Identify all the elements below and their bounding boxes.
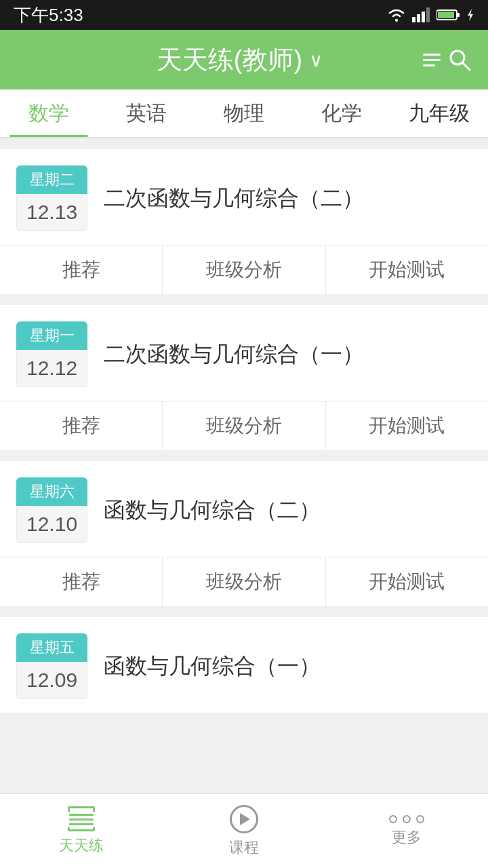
lesson-actions-1: 推荐 班级分析 开始测试: [0, 245, 488, 294]
status-icons: [386, 7, 474, 22]
lesson-header-3: 星期六 12.10 函数与几何综合（二）: [0, 461, 488, 557]
signal-icon: [412, 7, 431, 22]
menu-icon: [423, 54, 441, 66]
lesson-title-2: 二次函数与几何综合（一）: [104, 339, 472, 370]
search-button[interactable]: [423, 47, 472, 72]
nav-more-label: 更多: [392, 827, 422, 848]
lesson-card-4: 星期五 12.09 函数与几何综合（一）: [0, 617, 488, 713]
svg-rect-7: [438, 12, 454, 18]
svg-point-0: [395, 19, 398, 22]
recommend-btn-2[interactable]: 推荐: [0, 401, 163, 450]
status-time: 下午5:33: [14, 3, 83, 27]
date-badge-2: 星期一 12.12: [16, 321, 87, 387]
date-badge-3: 星期六 12.10: [16, 477, 87, 543]
status-bar: 下午5:33: [0, 0, 488, 30]
play-icon: [230, 805, 258, 833]
lesson-title-1: 二次函数与几何综合（二）: [104, 183, 472, 214]
start-test-btn-3[interactable]: 开始测试: [326, 557, 488, 606]
svg-rect-2: [417, 14, 420, 22]
svg-rect-4: [426, 7, 430, 22]
subject-tabs: 数学 英语 物理 化学 九年级: [0, 90, 488, 138]
recommend-btn-1[interactable]: 推荐: [0, 245, 163, 294]
tab-math[interactable]: 数学: [0, 90, 98, 137]
svg-rect-1: [412, 17, 415, 22]
lesson-header-1: 星期二 12.13 二次函数与几何综合（二）: [0, 149, 488, 245]
nav-tiantian[interactable]: 天天练: [0, 794, 163, 868]
more-dots-icon: [389, 815, 424, 823]
lesson-title-3: 函数与几何综合（二）: [104, 495, 472, 526]
date-label-4: 12.09: [16, 662, 87, 699]
nav-kecheng[interactable]: 课程: [163, 794, 325, 868]
search-icon: [447, 47, 472, 72]
start-test-btn-1[interactable]: 开始测试: [326, 245, 488, 294]
date-badge-1: 星期二 12.13: [16, 165, 87, 231]
nav-more[interactable]: 更多: [325, 794, 488, 868]
svg-rect-3: [422, 12, 425, 22]
lesson-actions-2: 推荐 班级分析 开始测试: [0, 401, 488, 450]
weekday-label-4: 星期五: [16, 633, 87, 662]
date-label-3: 12.10: [16, 506, 87, 543]
bottom-navigation: 天天练 课程 更多: [0, 793, 488, 868]
tab-grade[interactable]: 九年级: [390, 90, 488, 137]
class-analysis-btn-3[interactable]: 班级分析: [163, 557, 325, 606]
lesson-card-3: 星期六 12.10 函数与几何综合（二） 推荐 班级分析 开始测试: [0, 461, 488, 606]
lesson-actions-3: 推荐 班级分析 开始测试: [0, 557, 488, 606]
weekday-label-3: 星期六: [16, 477, 87, 506]
flash-icon: [466, 9, 474, 21]
date-label-1: 12.13: [16, 194, 87, 231]
header-title[interactable]: 天天练(教师) ∨: [157, 43, 323, 77]
chevron-down-icon: ∨: [309, 49, 323, 71]
lesson-header-2: 星期一 12.12 二次函数与几何综合（一）: [0, 305, 488, 401]
lesson-header-4: 星期五 12.09 函数与几何综合（一）: [0, 617, 488, 713]
recommend-btn-3[interactable]: 推荐: [0, 557, 163, 606]
weekday-label-2: 星期一: [16, 321, 87, 350]
app-header: 天天练(教师) ∨: [0, 30, 488, 90]
lesson-card-2: 星期一 12.12 二次函数与几何综合（一） 推荐 班级分析 开始测试: [0, 305, 488, 450]
battery-icon: [436, 9, 461, 21]
class-analysis-btn-1[interactable]: 班级分析: [163, 245, 325, 294]
svg-rect-6: [457, 13, 460, 17]
tab-physics[interactable]: 物理: [195, 90, 293, 137]
nav-kecheng-label: 课程: [229, 837, 259, 858]
date-label-2: 12.12: [16, 350, 87, 387]
start-test-btn-2[interactable]: 开始测试: [326, 401, 488, 450]
lessons-list: 星期二 12.13 二次函数与几何综合（二） 推荐 班级分析 开始测试 星期一 …: [0, 138, 488, 809]
tiantian-icon: [68, 806, 95, 831]
class-analysis-btn-2[interactable]: 班级分析: [163, 401, 325, 450]
tab-english[interactable]: 英语: [98, 90, 195, 137]
lesson-card-1: 星期二 12.13 二次函数与几何综合（二） 推荐 班级分析 开始测试: [0, 149, 488, 294]
nav-tiantian-label: 天天练: [59, 835, 104, 856]
svg-marker-8: [468, 9, 473, 21]
play-triangle-icon: [240, 813, 250, 825]
svg-line-10: [463, 63, 470, 70]
tab-chemistry[interactable]: 化学: [293, 90, 390, 137]
date-badge-4: 星期五 12.09: [16, 633, 87, 699]
wifi-icon: [386, 7, 407, 22]
weekday-label-1: 星期二: [16, 165, 87, 194]
lesson-title-4: 函数与几何综合（一）: [104, 651, 472, 682]
